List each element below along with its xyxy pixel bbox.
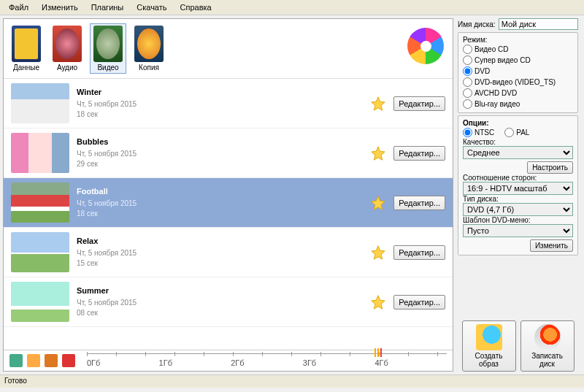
- mode-radio[interactable]: [463, 66, 472, 76]
- mode-radio[interactable]: [463, 88, 472, 98]
- star-icon[interactable]: [370, 145, 386, 161]
- item-date: Чт, 5 ноября 2015: [77, 298, 363, 308]
- star-icon[interactable]: [370, 294, 386, 310]
- burn-disc-button[interactable]: Записать диск: [520, 320, 575, 372]
- menubar: ФайлИзменитьПлагиныСкачатьСправка: [0, 0, 584, 15]
- menu-файл[interactable]: Файл: [3, 1, 34, 13]
- tool-копия[interactable]: Копия: [131, 23, 167, 74]
- item-date: Чт, 5 ноября 2015: [77, 199, 363, 209]
- menu-справка[interactable]: Справка: [174, 1, 218, 13]
- ntsc-radio[interactable]: [463, 128, 472, 137]
- add-icon[interactable]: [9, 354, 23, 367]
- mode-option[interactable]: Супер видео CD: [463, 55, 573, 66]
- item-info: RelaxЧт, 5 ноября 201515 сек: [77, 237, 363, 269]
- scale-tick: 0Гб: [87, 358, 100, 368]
- quality-label: Качество:: [463, 138, 573, 146]
- main-area: ДанныеАудиоВидеоКопия WinterЧт, 5 ноября…: [0, 15, 584, 374]
- mode-radio[interactable]: [463, 55, 472, 65]
- mode-radio[interactable]: [463, 99, 472, 109]
- opt-pal[interactable]: PAL: [504, 127, 529, 138]
- item-duration: 18 сек: [77, 109, 363, 120]
- mode-label: Режим:: [463, 36, 573, 44]
- menu-плагины[interactable]: Плагины: [85, 1, 130, 13]
- mode-radio[interactable]: [463, 45, 472, 54]
- size-scale: 0Гб1Гб2Гб3Гб4Гб: [87, 353, 447, 368]
- create-image-button[interactable]: Создать образ: [462, 320, 516, 372]
- menu-изменить[interactable]: Изменить: [36, 1, 84, 13]
- ti-data-icon: [12, 26, 41, 62]
- disc-type-label: Тип диска:: [463, 195, 573, 203]
- list-item[interactable]: RelaxЧт, 5 ноября 201515 секРедактир...: [4, 228, 453, 277]
- item-title: Bubbles: [77, 137, 363, 146]
- opt-ntsc[interactable]: NTSC: [463, 127, 494, 138]
- right-panel: Имя диска: Режим: Видео CDСупер видео CD…: [456, 15, 584, 374]
- item-info: WinterЧт, 5 ноября 201518 сек: [77, 88, 363, 120]
- item-info: BubblesЧт, 5 ноября 201529 сек: [77, 137, 363, 169]
- mode-option[interactable]: Blu-ray видео: [463, 99, 573, 109]
- mode-option[interactable]: Видео CD: [463, 44, 573, 55]
- item-info: SummerЧт, 5 ноября 201508 сек: [77, 286, 363, 318]
- star-icon[interactable]: [370, 195, 386, 211]
- status-bar: Готово: [0, 374, 584, 388]
- pal-radio[interactable]: [504, 128, 514, 137]
- toolbar: ДанныеАудиоВидеоКопия: [4, 19, 453, 79]
- ti-copy-icon: [134, 26, 164, 62]
- list-item[interactable]: BubblesЧт, 5 ноября 201529 секРедактир..…: [4, 128, 453, 178]
- menu-tpl-label: Шаблон DVD-меню:: [463, 216, 573, 224]
- mode-option[interactable]: DVD: [463, 66, 573, 77]
- edit-button[interactable]: Редактир...: [393, 245, 445, 260]
- scale-limit-marks: [374, 348, 382, 357]
- aspect-label: Соотношение сторон:: [463, 174, 573, 182]
- item-title: Summer: [77, 286, 363, 295]
- change-button[interactable]: Изменить: [530, 239, 573, 252]
- list-item[interactable]: FootballЧт, 5 ноября 201518 секРедактир.…: [4, 178, 453, 228]
- ti-audio-icon: [53, 26, 82, 62]
- delete-icon[interactable]: [62, 354, 75, 367]
- app-logo-icon: [407, 28, 444, 64]
- item-duration: 15 сек: [77, 258, 363, 269]
- item-date: Чт, 5 ноября 2015: [77, 149, 363, 159]
- item-date: Чт, 5 ноября 2015: [77, 99, 363, 109]
- mode-radio[interactable]: [463, 77, 472, 87]
- edit-icon[interactable]: [45, 354, 58, 367]
- thumbnail: [11, 232, 69, 272]
- thumbnail: [11, 133, 69, 173]
- menu-tpl-select[interactable]: Пусто: [463, 224, 573, 237]
- disc-type-select[interactable]: DVD (4,7 Гб): [463, 203, 573, 216]
- action-buttons: Создать образ Записать диск: [458, 316, 578, 372]
- star-icon[interactable]: [370, 245, 386, 261]
- menu-скачать[interactable]: Скачать: [131, 1, 172, 13]
- configure-button[interactable]: Настроить: [527, 161, 573, 174]
- add-folder-icon[interactable]: [27, 354, 40, 367]
- video-list: WinterЧт, 5 ноября 201518 секРедактир...…: [4, 79, 453, 350]
- mode-option[interactable]: AVCHD DVD: [463, 88, 573, 99]
- star-icon[interactable]: [370, 96, 386, 112]
- options-label: Опции:: [463, 119, 573, 127]
- disc-name-label: Имя диска:: [458, 20, 496, 28]
- edit-button[interactable]: Редактир...: [393, 96, 445, 111]
- list-item[interactable]: WinterЧт, 5 ноября 201518 секРедактир...: [4, 79, 453, 128]
- thumbnail: [11, 282, 69, 322]
- tool-видео[interactable]: Видео: [90, 23, 126, 74]
- disc-name-input[interactable]: [499, 18, 578, 30]
- create-image-icon: [476, 324, 502, 350]
- tool-данные[interactable]: Данные: [8, 23, 45, 74]
- edit-button[interactable]: Редактир...: [393, 295, 445, 310]
- bottom-bar: 0Гб1Гб2Гб3Гб4Гб: [4, 350, 453, 371]
- scale-tick: 3Гб: [303, 358, 316, 368]
- ti-video-icon: [93, 26, 123, 62]
- left-panel: ДанныеАудиоВидеоКопия WinterЧт, 5 ноября…: [3, 18, 453, 372]
- options-group: Опции: NTSC PAL Качество: Среднее Настро…: [458, 115, 578, 255]
- app-logo-wrap: [403, 23, 448, 69]
- tool-аудио[interactable]: Аудио: [49, 23, 85, 74]
- edit-button[interactable]: Редактир...: [393, 146, 445, 161]
- edit-button[interactable]: Редактир...: [393, 196, 445, 210]
- list-item[interactable]: SummerЧт, 5 ноября 201508 секРедактир...: [4, 277, 453, 327]
- item-title: Winter: [77, 88, 363, 96]
- thumbnail: [11, 83, 69, 123]
- quality-select[interactable]: Среднее: [463, 146, 573, 159]
- item-date: Чт, 5 ноября 2015: [77, 248, 363, 258]
- aspect-select[interactable]: 16:9 - HDTV масштаб: [463, 182, 573, 195]
- thumbnail: [11, 182, 69, 223]
- mode-option[interactable]: DVD-видео (VIDEO_TS): [463, 77, 573, 88]
